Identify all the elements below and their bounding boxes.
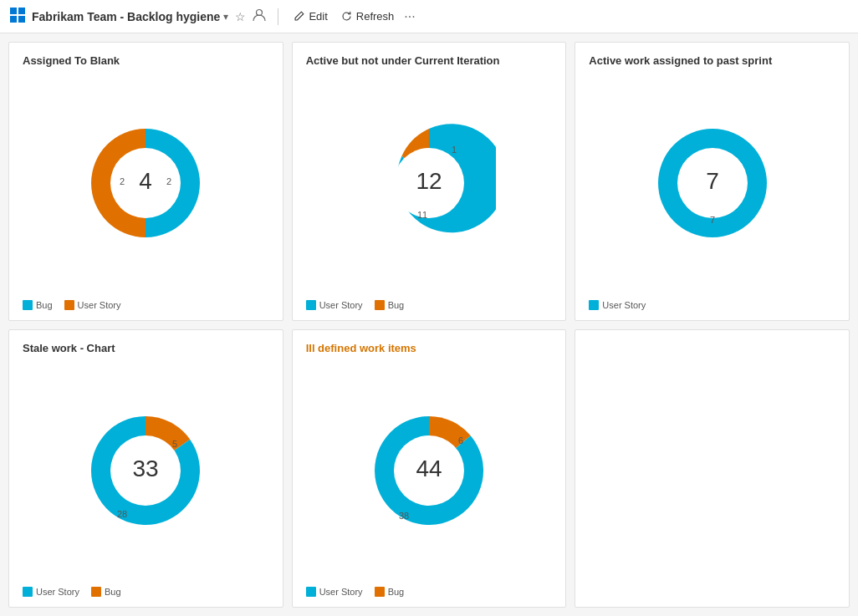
chart-area: 4 2 2 — [23, 77, 269, 290]
legend-item-bug: Bug — [91, 587, 121, 597]
legend-item-bug: Bug — [23, 300, 53, 310]
more-options-icon[interactable]: ··· — [404, 9, 415, 24]
legend-color-bug — [23, 300, 33, 310]
widget-title: Stale work - Chart — [23, 342, 115, 354]
chart-area: 44 38 6 — [306, 364, 553, 578]
svg-rect-1 — [18, 8, 25, 14]
svg-text:5: 5 — [172, 439, 177, 449]
chart-area: 33 28 5 — [23, 364, 269, 578]
svg-text:7: 7 — [710, 215, 715, 225]
legend-color-user-story — [589, 300, 599, 310]
empty-cell — [575, 329, 850, 608]
svg-text:28: 28 — [117, 509, 127, 519]
svg-text:38: 38 — [399, 511, 409, 521]
widget-title: Active but not under Current Iteration — [306, 54, 500, 67]
edit-button[interactable]: Edit — [287, 7, 334, 26]
legend-color-user-story — [64, 300, 74, 310]
legend-item-user-story: User Story — [306, 300, 363, 310]
svg-text:11: 11 — [417, 210, 427, 220]
legend: User Story Bug — [306, 587, 405, 597]
widget-title: Ill defined work items — [306, 342, 416, 354]
legend-color-bug — [91, 587, 101, 597]
svg-rect-3 — [18, 16, 25, 23]
legend: User Story — [589, 300, 646, 310]
chart-area: 12 11 1 — [306, 77, 553, 290]
chart-area: 7 7 — [589, 77, 835, 290]
separator — [278, 8, 278, 25]
legend-item-user-story: User Story — [589, 300, 646, 310]
svg-text:2: 2 — [120, 176, 125, 186]
svg-text:1: 1 — [452, 145, 457, 155]
widget-active-past-sprint: Active work assigned to past sprint 7 7 … — [575, 42, 850, 321]
widget-ill-defined: Ill defined work items 44 38 6 Us — [292, 329, 567, 608]
refresh-icon — [341, 11, 352, 22]
legend-item-bug: Bug — [375, 300, 405, 310]
legend: Bug User Story — [23, 300, 121, 310]
app-logo — [10, 8, 25, 25]
svg-text:4: 4 — [140, 169, 153, 195]
svg-rect-2 — [10, 16, 17, 23]
svg-text:44: 44 — [416, 456, 442, 481]
svg-text:6: 6 — [458, 435, 463, 445]
edit-icon — [294, 11, 304, 22]
widget-title: Assigned To Blank — [23, 54, 120, 67]
legend-color-user-story — [306, 300, 316, 310]
page-title: Fabrikam Team - Backlog hygiene — [32, 10, 220, 23]
legend-item-bug: Bug — [375, 587, 405, 597]
topbar: Fabrikam Team - Backlog hygiene ▾ ☆ Edit… — [0, 0, 858, 33]
widget-title: Active work assigned to past sprint — [589, 54, 772, 67]
chevron-down-icon[interactable]: ▾ — [223, 11, 228, 23]
legend-item-user-story: User Story — [64, 300, 121, 310]
svg-rect-0 — [10, 8, 17, 14]
widget-assigned-to-blank: Assigned To Blank 4 2 2 Bug — [8, 42, 283, 321]
legend-color-bug — [375, 300, 385, 310]
legend-color-user-story — [306, 587, 316, 597]
person-icon[interactable] — [253, 8, 266, 24]
star-icon[interactable]: ☆ — [235, 10, 246, 23]
legend: User Story Bug — [306, 300, 405, 310]
svg-text:33: 33 — [133, 456, 159, 481]
legend-color-bug — [375, 587, 385, 597]
legend-color-user-story — [23, 587, 33, 597]
legend: User Story Bug — [23, 587, 121, 597]
widget-active-not-current: Active but not under Current Iteration 1… — [292, 42, 567, 321]
legend-item-user-story: User Story — [23, 587, 79, 597]
svg-text:2: 2 — [166, 176, 171, 186]
dashboard: Assigned To Blank 4 2 2 Bug — [0, 33, 858, 616]
refresh-button[interactable]: Refresh — [335, 7, 401, 26]
widget-stale-work: Stale work - Chart 33 28 5 — [8, 329, 283, 608]
svg-text:12: 12 — [416, 169, 442, 195]
legend-item-user-story: User Story — [306, 587, 363, 597]
svg-text:7: 7 — [706, 169, 719, 195]
